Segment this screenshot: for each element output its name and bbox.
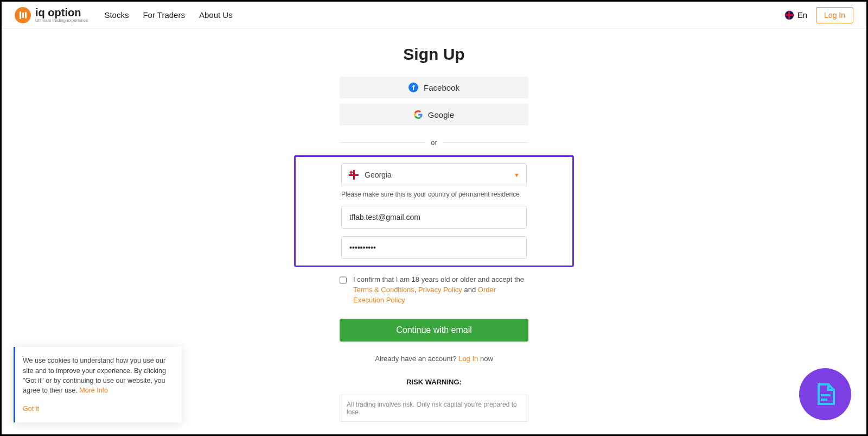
continue-email-button[interactable]: Continue with email [340, 319, 528, 342]
support-icon [812, 381, 838, 407]
password-field[interactable] [341, 236, 527, 259]
divider: or [340, 138, 528, 147]
signup-facebook-button[interactable]: f Facebook [340, 77, 528, 98]
logo-tagline: Ultimate trading experience [35, 18, 88, 23]
consent-checkbox[interactable] [340, 276, 347, 285]
chevron-down-icon: ▼ [514, 172, 520, 178]
support-fab[interactable] [799, 368, 851, 420]
georgia-flag-icon [348, 169, 359, 180]
country-hint: Please make sure this is your country of… [341, 191, 527, 198]
cookie-more-link[interactable]: More Info [79, 387, 108, 394]
nav-for-traders[interactable]: For Traders [143, 10, 185, 20]
language-label: En [797, 10, 807, 20]
page-title: Sign Up [403, 45, 464, 64]
divider-or: or [431, 138, 437, 147]
google-label: Google [428, 110, 454, 119]
privacy-link[interactable]: Privacy Policy [418, 286, 462, 294]
cookie-banner: We use cookies to understand how you use… [14, 347, 182, 422]
uk-flag-icon [784, 10, 794, 20]
form-highlight-box: Georgia ▼ Please make sure this is your … [294, 155, 574, 267]
email-field[interactable] [341, 206, 527, 229]
login-button[interactable]: Log In [816, 7, 853, 23]
already-account: Already have an account? Log In now [340, 355, 528, 363]
logo-brand: iq option [35, 7, 88, 18]
country-label: Georgia [365, 170, 392, 179]
consent-text: I confirm that I am 18 years old or olde… [353, 275, 528, 306]
signup-google-button[interactable]: Google [340, 104, 528, 125]
primary-nav: Stocks For Traders About Us [104, 10, 232, 20]
nav-stocks[interactable]: Stocks [104, 10, 129, 20]
risk-title: RISK WARNING: [340, 378, 528, 386]
consent-row[interactable]: I confirm that I am 18 years old or olde… [340, 275, 528, 306]
cookie-text: We use cookies to understand how you use… [23, 357, 166, 394]
google-icon [414, 110, 423, 119]
cookie-gotit-button[interactable]: Got it [23, 404, 174, 414]
facebook-icon: f [409, 83, 418, 92]
terms-link[interactable]: Terms & Conditions [353, 286, 414, 294]
risk-warning-box: All trading involves risk. Only risk cap… [340, 395, 528, 422]
country-select[interactable]: Georgia ▼ [341, 163, 527, 186]
nav-about-us[interactable]: About Us [199, 10, 233, 20]
language-selector[interactable]: En [784, 10, 807, 20]
facebook-label: Facebook [424, 83, 459, 92]
login-link[interactable]: Log In [458, 355, 478, 363]
header: iq option Ultimate trading experience St… [2, 2, 866, 29]
logo[interactable]: iq option Ultimate trading experience [15, 7, 88, 23]
logo-icon [15, 7, 31, 23]
